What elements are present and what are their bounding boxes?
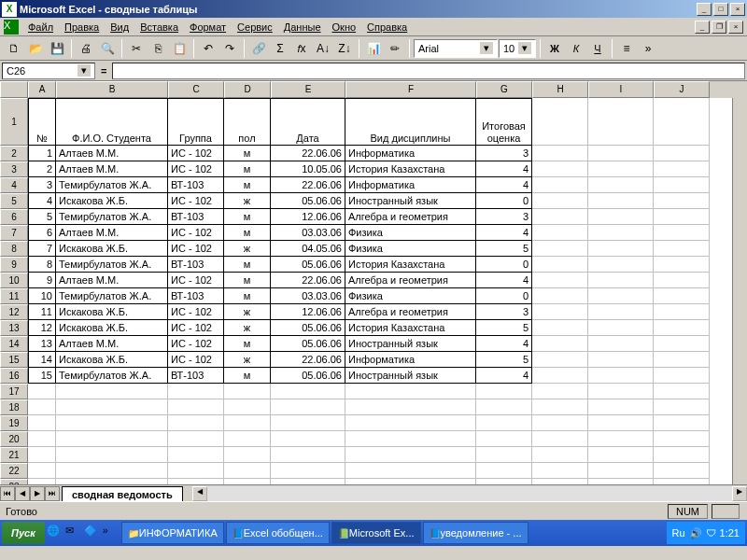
cell[interactable]: ИС - 102 (168, 241, 224, 257)
underline-icon[interactable]: Ч (587, 38, 608, 59)
cell[interactable]: ж (224, 241, 271, 257)
cell[interactable] (588, 225, 654, 241)
more-icon[interactable]: » (638, 38, 658, 59)
cell[interactable]: ИС - 102 (168, 225, 224, 241)
cell[interactable] (532, 161, 588, 177)
cell[interactable]: м (224, 288, 271, 304)
cell[interactable] (271, 479, 345, 484)
cell[interactable] (588, 177, 654, 193)
doc-minimize-button[interactable]: _ (695, 21, 710, 34)
cell[interactable]: 10.05.06 (271, 161, 345, 177)
row-header[interactable]: 15 (0, 352, 28, 368)
cell[interactable] (532, 384, 588, 399)
cell[interactable]: Искакова Ж.Б. (56, 193, 168, 209)
sum-icon[interactable]: Σ (270, 38, 290, 59)
cell[interactable]: 14 (28, 352, 56, 368)
cell[interactable]: 4 (476, 161, 532, 177)
row-header[interactable]: 7 (0, 225, 28, 241)
cell[interactable] (224, 399, 271, 415)
cell[interactable] (224, 463, 271, 479)
col-header-C[interactable]: C (168, 81, 224, 98)
cell[interactable]: ж (224, 193, 271, 209)
formula-input[interactable] (112, 63, 745, 79)
start-button[interactable]: Пуск (2, 522, 45, 544)
row-header[interactable]: 6 (0, 209, 28, 225)
cell[interactable] (532, 336, 588, 352)
next-sheet-button[interactable]: ▶ (30, 486, 45, 501)
link-icon[interactable]: 🔗 (248, 38, 269, 59)
cell[interactable]: ИС - 102 (168, 304, 224, 320)
cell[interactable]: ИС - 102 (168, 161, 224, 177)
cell[interactable]: Алтаев М.М. (56, 273, 168, 288)
cell[interactable] (532, 447, 588, 463)
row-header[interactable]: 14 (0, 336, 28, 352)
col-header-A[interactable]: A (28, 81, 56, 98)
cell[interactable]: Алтаев М.М. (56, 336, 168, 352)
menu-file[interactable]: Файл (22, 20, 59, 35)
row-header[interactable]: 13 (0, 320, 28, 336)
cell[interactable] (168, 399, 224, 415)
cell[interactable] (588, 368, 654, 384)
cell[interactable]: м (224, 336, 271, 352)
cell[interactable]: 4 (476, 336, 532, 352)
header-cell[interactable]: Группа (168, 98, 224, 146)
cell[interactable]: 4 (476, 177, 532, 193)
cell[interactable]: 0 (476, 257, 532, 273)
header-cell[interactable] (532, 98, 588, 146)
doc-close-button[interactable]: × (728, 21, 743, 34)
cell[interactable] (588, 304, 654, 320)
cell[interactable] (588, 161, 654, 177)
cell[interactable]: ж (224, 352, 271, 368)
cell[interactable] (654, 177, 710, 193)
cell[interactable] (588, 415, 654, 431)
cell[interactable]: Информатика (345, 146, 476, 161)
bold-icon[interactable]: Ж (544, 38, 565, 59)
cell[interactable]: ИС - 102 (168, 146, 224, 161)
taskbar-item[interactable]: 📘 уведомление - ... (423, 522, 529, 544)
doc-restore-button[interactable]: ❐ (712, 21, 726, 34)
cell[interactable]: м (224, 257, 271, 273)
menu-edit[interactable]: Правка (59, 20, 105, 35)
cell[interactable] (532, 463, 588, 479)
col-header-I[interactable]: I (588, 81, 654, 98)
cell[interactable] (28, 479, 56, 484)
close-button[interactable]: × (730, 3, 745, 16)
cell[interactable]: Информатика (345, 177, 476, 193)
cell[interactable]: История Казахстана (345, 320, 476, 336)
col-header-B[interactable]: B (56, 81, 168, 98)
cell[interactable] (588, 463, 654, 479)
cell[interactable] (588, 193, 654, 209)
cell[interactable]: 11 (28, 304, 56, 320)
sort-desc-icon[interactable]: Z↓ (334, 38, 355, 59)
horizontal-scrollbar[interactable]: ◀▶ (192, 486, 747, 501)
col-header-G[interactable]: G (476, 81, 532, 98)
col-header-H[interactable]: H (532, 81, 588, 98)
cell[interactable]: Искакова Ж.Б. (56, 352, 168, 368)
header-cell[interactable]: Ф.И.О. Студента (56, 98, 168, 146)
open-icon[interactable]: 📂 (25, 38, 46, 59)
cell[interactable]: Искакова Ж.Б. (56, 304, 168, 320)
name-box[interactable]: C26▾ (2, 63, 95, 79)
cell[interactable]: Иностранный язык (345, 193, 476, 209)
system-tray[interactable]: Ru 🔊 🛡 1:21 (667, 522, 745, 544)
cell[interactable] (588, 479, 654, 484)
cell[interactable] (224, 384, 271, 399)
cell[interactable] (28, 431, 56, 447)
cell[interactable] (654, 352, 710, 368)
cell[interactable]: ВТ-103 (168, 177, 224, 193)
cell[interactable] (532, 288, 588, 304)
cell[interactable] (224, 415, 271, 431)
cell[interactable]: ВТ-103 (168, 368, 224, 384)
row-header[interactable]: 21 (0, 447, 28, 463)
cell[interactable]: ИС - 102 (168, 352, 224, 368)
cell[interactable]: 7 (28, 241, 56, 257)
col-header-D[interactable]: D (224, 81, 271, 98)
cell[interactable] (168, 431, 224, 447)
cell[interactable] (654, 336, 710, 352)
cell[interactable]: 6 (28, 225, 56, 241)
header-cell[interactable]: Итоговая оценка (476, 98, 532, 146)
cell[interactable]: м (224, 225, 271, 241)
cell[interactable] (588, 209, 654, 225)
cell[interactable] (476, 415, 532, 431)
cell[interactable]: ж (224, 320, 271, 336)
